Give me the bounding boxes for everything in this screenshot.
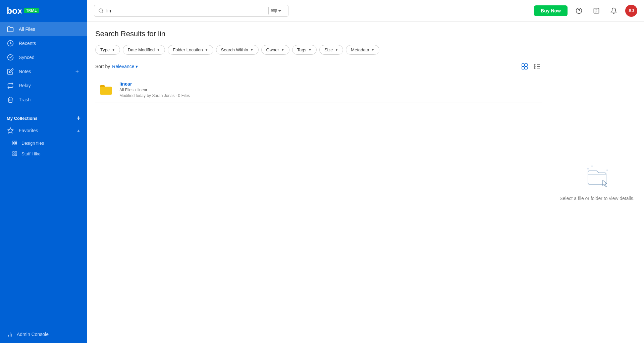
trash-icon <box>7 96 14 103</box>
filter-search-within-button[interactable]: Search Within ▼ <box>216 45 259 55</box>
collection-icon <box>12 151 17 156</box>
user-avatar[interactable]: SJ <box>625 5 637 17</box>
list-view-button[interactable] <box>532 61 542 71</box>
file-path-root: All Files <box>119 88 133 92</box>
sidebar-item-stuff-i-like[interactable]: Stuff I like <box>0 148 87 159</box>
filter-folder-label: Folder Location <box>173 47 203 52</box>
filter-metadata-button[interactable]: Metadata ▼ <box>346 45 379 55</box>
sidebar-item-synced[interactable]: Synced <box>0 50 87 64</box>
svg-marker-21 <box>278 10 281 12</box>
svg-rect-9 <box>15 154 17 156</box>
search-icon <box>98 8 104 13</box>
grid-view-button[interactable] <box>520 61 530 71</box>
admin-console-icon <box>7 331 13 338</box>
chevron-down-icon: ▼ <box>157 48 160 52</box>
sidebar-item-notes[interactable]: Notes + <box>0 64 87 79</box>
sort-by-label: Sort by <box>95 64 110 69</box>
sort-value-text: Relevance <box>112 64 134 69</box>
sort-value-button[interactable]: Relevance ▾ <box>112 64 138 69</box>
filter-type-label: Type <box>100 47 110 52</box>
svg-point-20 <box>275 11 276 12</box>
table-row[interactable]: linear All Files › linear Modified today… <box>95 77 542 102</box>
svg-rect-30 <box>522 67 524 69</box>
filter-date-label: Date Modified <box>128 47 155 52</box>
chevron-down-icon: ▾ <box>136 64 138 69</box>
search-filter-button[interactable] <box>268 7 284 14</box>
svg-point-35 <box>587 168 589 169</box>
filter-type-button[interactable]: Type ▼ <box>95 45 120 55</box>
detail-empty-message: Select a file or folder to view details. <box>559 195 634 202</box>
clock-icon <box>7 40 14 47</box>
svg-point-34 <box>534 68 535 69</box>
svg-line-15 <box>102 12 103 13</box>
sort-by-control: Sort by Relevance ▾ <box>95 64 138 69</box>
my-collections-label: My Collections <box>7 116 38 121</box>
favorites-collapse-button[interactable]: ▲ <box>76 128 80 133</box>
admin-console-button[interactable]: Admin Console <box>0 326 87 343</box>
view-controls <box>520 61 542 71</box>
search-bar[interactable] <box>94 5 288 17</box>
svg-point-19 <box>272 9 273 10</box>
svg-point-32 <box>534 64 535 65</box>
buy-now-button[interactable]: Buy Now <box>534 5 568 16</box>
sidebar-item-recents[interactable]: Recents <box>0 36 87 50</box>
notes-add-button[interactable]: + <box>74 68 80 75</box>
filter-size-button[interactable]: Size ▼ <box>319 45 343 55</box>
filter-bar: Type ▼ Date Modified ▼ Folder Location ▼… <box>95 45 542 55</box>
notes-icon <box>7 68 14 75</box>
filter-tags-label: Tags <box>297 47 306 52</box>
filter-size-label: Size <box>324 47 333 52</box>
svg-rect-3 <box>13 141 14 143</box>
main-content: Buy Now SJ Search Results for lin <box>87 0 644 343</box>
topbar: Buy Now SJ <box>87 0 644 21</box>
help-button[interactable] <box>573 5 585 17</box>
sidebar-item-design-files[interactable]: Design files <box>0 138 87 148</box>
search-input[interactable] <box>106 8 266 13</box>
trial-badge: TRIAL <box>24 8 39 13</box>
chevron-down-icon: ▼ <box>205 48 208 52</box>
filter-owner-button[interactable]: Owner ▼ <box>261 45 289 55</box>
my-collections-section[interactable]: My Collections + <box>0 111 87 124</box>
chevron-down-icon: ▼ <box>281 48 284 52</box>
filter-tags-button[interactable]: Tags ▼ <box>292 45 317 55</box>
content-area: Search Results for lin Type ▼ Date Modif… <box>87 21 644 343</box>
file-name: linear <box>119 81 539 87</box>
notifications-button[interactable] <box>608 5 620 17</box>
sidebar-item-label: Favorites <box>19 128 72 133</box>
svg-rect-10 <box>13 154 14 156</box>
svg-point-37 <box>606 169 608 171</box>
favorites-icon <box>7 127 14 134</box>
sidebar-logo-area: box TRIAL <box>0 0 87 19</box>
sidebar-item-trash[interactable]: Trash <box>0 93 87 107</box>
box-logo-icon: box <box>7 5 21 15</box>
svg-rect-8 <box>15 152 17 153</box>
chevron-down-icon: ▼ <box>308 48 312 52</box>
file-path: All Files › linear <box>119 88 539 92</box>
sidebar-item-favorites[interactable]: Favorites ▲ <box>0 124 87 138</box>
svg-point-33 <box>534 66 535 67</box>
sidebar-item-label: Synced <box>19 55 80 60</box>
filter-date-modified-button[interactable]: Date Modified ▼ <box>123 45 165 55</box>
filter-folder-location-button[interactable]: Folder Location ▼ <box>168 45 213 55</box>
file-type-icon <box>98 82 114 98</box>
svg-rect-4 <box>15 141 17 143</box>
sidebar-item-all-files[interactable]: All Files <box>0 22 87 36</box>
check-circle-icon <box>7 54 14 61</box>
filter-owner-label: Owner <box>266 47 279 52</box>
sidebar: box TRIAL All Files Recents <box>0 0 87 343</box>
filter-metadata-label: Metadata <box>351 47 369 52</box>
filter-search-within-label: Search Within <box>221 47 248 52</box>
admin-console-label: Admin Console <box>17 332 49 337</box>
file-browser: Search Results for lin Type ▼ Date Modif… <box>87 21 550 343</box>
checklist-button[interactable] <box>590 5 602 17</box>
sidebar-item-label: Design files <box>21 141 44 146</box>
collections-add-button[interactable]: + <box>76 114 80 122</box>
sidebar-item-label: Stuff I like <box>21 151 41 156</box>
path-arrow-icon: › <box>135 88 136 92</box>
sidebar-item-label: All Files <box>19 27 80 32</box>
svg-rect-29 <box>525 64 527 66</box>
sidebar-navigation: All Files Recents Synced <box>0 19 87 326</box>
chevron-down-icon: ▼ <box>335 48 338 52</box>
sidebar-item-relay[interactable]: Relay <box>0 79 87 93</box>
detail-panel: Select a file or folder to view details. <box>550 21 644 343</box>
